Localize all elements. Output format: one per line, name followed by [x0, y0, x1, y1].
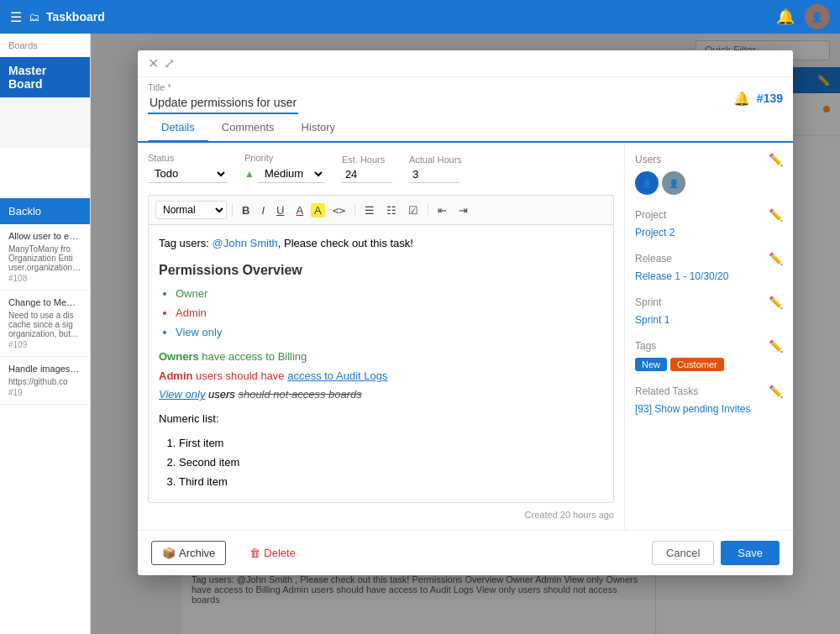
release-link[interactable]: Release 1 - 10/30/20 [635, 270, 783, 282]
unordered-list-button[interactable]: ☰ [360, 202, 379, 218]
close-icon[interactable]: ✕ [148, 55, 159, 71]
delete-button[interactable]: 🗑 Delete [239, 542, 306, 564]
permissions-title: Permissions Overview [159, 259, 603, 281]
cancel-button[interactable]: Cancel [652, 541, 714, 565]
tags-section-header: Tags ✏️ [635, 339, 783, 353]
code-button[interactable]: <> [328, 202, 350, 218]
est-hours-input[interactable] [342, 166, 392, 183]
modal-backdrop: ✕ ⤢ Title * 🔔 #139 De [91, 34, 840, 634]
related-tasks-section: Related Tasks ✏️ [93] Show pending Invit… [635, 385, 783, 415]
sprint-edit-icon[interactable]: ✏️ [769, 296, 783, 309]
italic-button[interactable]: I [257, 202, 269, 218]
modal-right-panel: Users ✏️ 👤 👤 [625, 143, 793, 530]
status-select[interactable]: Todo In Progress Done [148, 165, 228, 183]
card-id: #108 [8, 274, 81, 283]
board-title[interactable]: Master Board [0, 57, 90, 97]
indent-right-button[interactable]: ⇥ [454, 202, 472, 218]
ordered-list-button[interactable]: ☷ [382, 202, 401, 218]
navbar-left: ☰ 🗂 Taskboard [10, 9, 105, 25]
archive-button[interactable]: 📦 Archive [151, 541, 226, 565]
card-title: Handle images base64 [8, 364, 81, 374]
card-desc: Need to use a dis cache since a sig orga… [8, 311, 81, 338]
project-link[interactable]: Project 2 [635, 227, 783, 238]
priority-triangle-icon: ▲ [244, 168, 255, 180]
tag-line: Tag users: @John Smith, Please check out… [159, 235, 603, 253]
tab-comments[interactable]: Comments [208, 114, 288, 143]
list-item[interactable]: Handle images base64 https://github.co #… [0, 357, 90, 405]
tab-details[interactable]: Details [148, 114, 208, 143]
bell-icon[interactable]: 🔔 [776, 8, 795, 26]
task-modal: ✕ ⤢ Title * 🔔 #139 De [138, 50, 793, 575]
priority-field: Priority ▲ Medium High Low [244, 153, 325, 183]
related-tasks-header: Related Tasks ✏️ [635, 385, 783, 398]
user-avatar-2: 👤 [662, 171, 685, 195]
notification-bell-icon[interactable]: 🔔 [733, 91, 750, 107]
footer-left: 📦 Archive 🗑 Delete [151, 541, 306, 565]
task-number: #139 [757, 92, 783, 105]
board-area: Boards Master Board Backlo Allow user to… [0, 34, 840, 634]
tag-new[interactable]: New [635, 358, 667, 371]
project-edit-icon[interactable]: ✏️ [769, 208, 783, 222]
highlight-button[interactable]: A [311, 203, 325, 217]
priority-label: Priority [244, 153, 325, 163]
indent-left-button[interactable]: ⇤ [433, 202, 451, 218]
list-item[interactable]: Change to Mem app cache Need to use a di… [0, 291, 90, 357]
list-item-1: First item [179, 435, 603, 453]
user-avatar-1: 👤 [635, 171, 659, 195]
actual-hours-label: Actual Hours [409, 155, 462, 165]
list-item[interactable]: Allow user to ex organizations ManyToMan… [0, 224, 90, 291]
bullet-viewonly: View only [176, 324, 603, 342]
tags-section: Tags ✏️ New Customer [635, 339, 783, 371]
rule-viewonly-text: View only users should not access boards [159, 388, 362, 401]
checklist-button[interactable]: ☑ [404, 202, 423, 218]
app-title: Taskboard [46, 10, 105, 24]
sidebar: Boards Master Board Backlo Allow user to… [0, 34, 91, 634]
backlog-label[interactable]: Backlo [0, 198, 90, 224]
title-row: Title * 🔔 #139 [138, 77, 793, 114]
toolbar-divider-3 [428, 203, 428, 217]
modal-left-panel: Status Todo In Progress Done Priority [138, 143, 625, 530]
toolbar-divider-1 [232, 203, 233, 217]
rule-viewonly: View only users should not access boards [159, 386, 603, 404]
underline-button[interactable]: U [272, 202, 288, 218]
tag-customer[interactable]: Customer [670, 358, 724, 371]
sprint-link[interactable]: Sprint 1 [635, 314, 783, 326]
list-item-3: Third item [179, 474, 603, 491]
related-task-link[interactable]: [93] Show pending Invites [635, 403, 783, 415]
numeric-list: First item Second item Third item [179, 435, 603, 490]
archive-label: Archive [179, 547, 215, 559]
audit-logs-link[interactable]: access to Audit Logs [287, 369, 387, 382]
should-not-text: should not access boards [238, 388, 361, 401]
main-content: Users (1) ✏️ Domain pp engine Gsuite om [91, 34, 840, 634]
priority-select[interactable]: Medium High Low [258, 165, 325, 183]
tags-edit-icon[interactable]: ✏️ [769, 339, 783, 353]
release-edit-icon[interactable]: ✏️ [769, 252, 783, 265]
expand-icon[interactable]: ⤢ [164, 55, 175, 71]
tab-history[interactable]: History [288, 114, 349, 143]
text-style-select[interactable]: Normal Heading 1 Heading 2 [155, 201, 227, 219]
release-label: Release [635, 253, 672, 265]
modal-topbar: ✕ ⤢ [138, 50, 793, 77]
editor-toolbar: Normal Heading 1 Heading 2 B I U A A <> [148, 195, 614, 224]
numeric-list-container: Numeric list: First item Second item Thi… [159, 411, 603, 490]
user-avatar[interactable]: 👤 [805, 4, 830, 29]
actual-hours-input[interactable] [409, 166, 459, 183]
editor-content[interactable]: Tag users: @John Smith, Please check out… [148, 224, 614, 503]
bullet-admin: Admin [176, 305, 603, 322]
taskboard-icon: 🗂 [29, 11, 39, 24]
sprint-section: Sprint ✏️ Sprint 1 [635, 296, 783, 326]
navbar-right: 🔔 👤 [776, 4, 830, 29]
user-avatars: 👤 👤 [635, 171, 783, 195]
task-title-input[interactable] [148, 92, 298, 114]
related-tasks-edit-icon[interactable]: ✏️ [769, 385, 783, 398]
modal-body: Status Todo In Progress Done Priority [138, 143, 793, 530]
users-section: Users ✏️ 👤 👤 [635, 153, 783, 195]
est-hours-label: Est. Hours [342, 155, 392, 165]
bold-button[interactable]: B [238, 202, 254, 218]
status-label: Status [148, 153, 228, 163]
users-edit-icon[interactable]: ✏️ [769, 153, 783, 166]
hamburger-icon[interactable]: ☰ [10, 9, 22, 25]
viewonly-keyword: View only [159, 388, 205, 401]
text-color-button[interactable]: A [291, 202, 307, 218]
save-button[interactable]: Save [721, 541, 780, 565]
